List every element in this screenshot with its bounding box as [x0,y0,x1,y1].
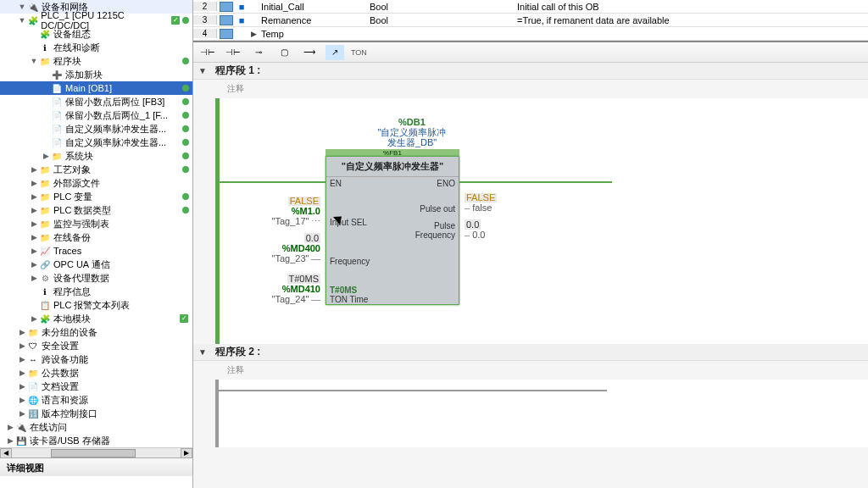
expander-icon[interactable]: ▶ [29,247,39,255]
toolbar-button-4[interactable]: ⟶ [300,45,319,60]
segment1-comment[interactable]: 注释 [193,80,868,98]
segment2-header[interactable]: ▼ 程序段 2 : [193,344,868,361]
toolbar-button-0[interactable]: ⊣⊢ [198,45,217,60]
scroll-left-arrow[interactable]: ◀ [0,448,12,458]
tree-item-14[interactable]: ▶📁PLC 变量 [0,190,192,203]
expander-icon[interactable]: ▶ [29,260,39,269]
tree-item-32[interactable]: ▶💾读卡器/USB 存储器 [0,434,192,447]
tree-label: PLC 数据类型 [53,204,111,217]
tree-item-11[interactable]: ▶📁系统块 [0,149,192,163]
tree-item-7[interactable]: 📄保留小数点后两位 [FB3] [0,95,192,108]
operand-frequency[interactable]: 0.0 %MD400 "Tag_23" — [251,234,320,264]
row-expander[interactable]: ▶ [248,30,259,38]
tree-item-10[interactable]: 📄自定义频率脉冲发生器... [0,136,192,149]
tree-item-21[interactable]: ℹ程序信息 [0,285,192,298]
tree-item-17[interactable]: ▶📁在线备份 [0,230,192,244]
tree-item-16[interactable]: ▶📁监控与强制表 [0,217,192,230]
online-status-dot [182,58,189,64]
scroll-thumb[interactable] [51,449,136,458]
tree-item-30[interactable]: ▶🔢版本控制接口 [0,407,192,420]
function-block[interactable]: "自定义频率脉冲发生器" EN ENO Input SEL Frequency … [326,156,459,305]
expander-icon[interactable]: ▶ [29,274,39,282]
expander-icon[interactable]: ▼ [17,16,27,25]
interface-row[interactable]: 2■Initial_CallBoolInitial call of this O… [193,0,868,14]
expander-icon[interactable]: ▶ [29,314,39,323]
block-interface-table[interactable]: 2■Initial_CallBoolInitial call of this O… [193,0,868,42]
tree-label: 系统块 [65,150,93,163]
tree-item-13[interactable]: ▶📁外部源文件 [0,176,192,190]
expander-icon[interactable]: ▼ [29,57,39,65]
project-tree-sidebar: ▼🔌设备和网络▼🧩PLC_1 [CPU 1215C DC/DC/DC]✓🧩设备组… [0,0,193,488]
instance-db-label[interactable]: %DB1 "自定义频率脉冲 发生器_DB" [361,117,463,147]
expander-icon[interactable]: ▶ [17,341,27,350]
collapse-icon[interactable]: ▼ [198,66,209,75]
expander-icon[interactable]: ▶ [17,355,27,363]
segment2-comment[interactable]: 注释 [193,361,868,380]
expander-icon[interactable]: ▶ [17,409,27,418]
tree-item-5[interactable]: ➕添加新块 [0,68,192,81]
node-icon: 🔗 [39,258,51,270]
expander-icon[interactable]: ▶ [41,152,51,160]
expander-icon[interactable]: ▶ [17,328,27,336]
tree-item-20[interactable]: ▶⚙设备代理数据 [0,271,192,285]
tree-item-29[interactable]: ▶🌐语言和资源 [0,393,192,407]
node-icon: 🧩 [39,313,51,324]
interface-row[interactable]: 4▶Temp [193,27,868,41]
expander-icon[interactable]: ▶ [29,219,39,228]
operand-ton[interactable]: T#0MS %MD410 "Tag_24" — [251,274,320,305]
tree-item-8[interactable]: 📄保留小数点后两位_1 [F... [0,108,192,122]
expander-icon[interactable]: ▶ [17,396,27,404]
network2-canvas[interactable] [215,380,868,447]
scroll-right-arrow[interactable]: ▶ [181,448,192,458]
toolbar-button-5[interactable]: ↗ [326,45,344,60]
tree-item-28[interactable]: ▶📄文档设置 [0,380,192,393]
toolbar-button-1[interactable]: ⊣⊢ [224,45,242,60]
expander-icon[interactable]: ▶ [5,436,15,445]
tree-item-18[interactable]: ▶📈Traces [0,244,192,258]
tree-item-19[interactable]: ▶🔗OPC UA 通信 [0,258,192,271]
node-icon: ↔ [27,353,39,365]
tree-item-27[interactable]: ▶📁公共数据 [0,366,192,380]
toolbar-timer-label[interactable]: TON [351,48,367,57]
operand-pulse-out[interactable]: FALSE – false [465,193,515,214]
tree-item-12[interactable]: ▶📁工艺对象 [0,163,192,176]
tree-item-3[interactable]: ℹ在线和诊断 [0,41,192,54]
tree-item-15[interactable]: ▶📁PLC 数据类型 [0,203,192,217]
toolbar-button-2[interactable]: ⊸ [249,45,268,60]
interface-row[interactable]: 3■RemanenceBool=True, if remanent data a… [193,14,868,27]
online-status-dot [182,125,189,132]
network1-canvas[interactable]: %DB1 "自定义频率脉冲 发生器_DB" %FB1 "自定义频率脉冲发生器" … [215,98,868,344]
tree-item-23[interactable]: ▶🧩本地模块✓ [0,312,192,325]
operand-pulse-freq[interactable]: 0.0 – 0.0 [465,220,507,241]
sidebar-horizontal-scrollbar[interactable]: ◀ ▶ [0,447,192,458]
tree-item-26[interactable]: ▶↔跨设备功能 [0,352,192,366]
project-tree[interactable]: ▼🔌设备和网络▼🧩PLC_1 [CPU 1215C DC/DC/DC]✓🧩设备组… [0,0,192,447]
tree-item-24[interactable]: ▶📁未分组的设备 [0,325,192,339]
ladder-editor[interactable]: ▼ 程序段 1 : 注释 %DB1 "自定义频率脉冲 发生器_DB" %FB1 … [193,63,868,488]
var-type: Bool [370,15,514,25]
collapse-icon[interactable]: ▼ [198,347,209,357]
expander-icon[interactable]: ▶ [29,206,39,214]
toolbar-button-3[interactable]: ▢ [275,45,293,60]
segment1-header[interactable]: ▼ 程序段 1 : [193,63,868,80]
expander-icon[interactable]: ▶ [29,192,39,201]
expander-icon[interactable]: ▶ [29,179,39,187]
expander-icon[interactable]: ▼ [17,3,27,11]
tree-label: 设备代理数据 [53,272,109,285]
node-icon: 📄 [27,380,39,392]
node-icon: 📄 [51,136,63,148]
tree-label: OPC UA 通信 [53,258,110,271]
expander-icon[interactable]: ▶ [29,165,39,174]
expander-icon[interactable]: ▶ [17,369,27,377]
operand-input-sel[interactable]: FALSE %M1.0 "Tag_17" ⋯ [251,197,320,227]
tree-item-25[interactable]: ▶🛡安全设置 [0,339,192,352]
expander-icon[interactable]: ▶ [29,233,39,241]
tree-item-22[interactable]: 📋PLC 报警文本列表 [0,298,192,312]
expander-icon[interactable]: ▶ [17,382,27,391]
tree-item-1[interactable]: ▼🧩PLC_1 [CPU 1215C DC/DC/DC]✓ [0,14,192,27]
tree-item-9[interactable]: 📄自定义频率脉冲发生器... [0,122,192,136]
expander-icon[interactable]: ▶ [5,423,15,431]
tree-item-4[interactable]: ▼📁程序块 [0,54,192,68]
tree-item-31[interactable]: ▶🔌在线访问 [0,420,192,434]
tree-item-6[interactable]: 📄Main [OB1] [0,81,192,95]
